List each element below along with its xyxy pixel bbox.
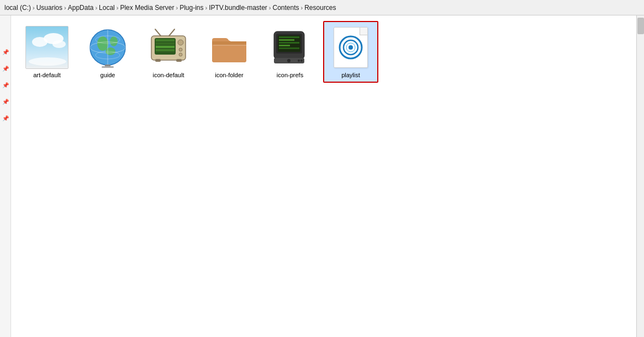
icon-folder-icon — [207, 25, 251, 69]
svg-rect-17 — [156, 42, 175, 45]
svg-point-20 — [178, 40, 183, 45]
pin-icon-3[interactable]: 📌 — [2, 82, 9, 88]
sep-7: › — [301, 4, 303, 11]
pin-icon-5[interactable]: 📌 — [2, 115, 9, 121]
scrollbar-thumb[interactable] — [637, 18, 644, 34]
icon-folder-label: icon-folder — [215, 72, 243, 78]
breadcrumb-iptv[interactable]: IPTV.bundle-master — [209, 4, 267, 12]
svg-point-41 — [349, 45, 353, 50]
file-item-icon-folder[interactable]: icon-folder — [202, 21, 257, 83]
svg-point-37 — [298, 60, 300, 62]
svg-rect-0 — [26, 26, 68, 69]
icon-default-label: icon-default — [153, 72, 184, 78]
file-item-playlist[interactable]: playlist — [323, 21, 378, 83]
svg-point-38 — [300, 60, 303, 62]
sep-4: › — [176, 4, 178, 11]
svg-rect-26 — [176, 59, 182, 62]
breadcrumb-plex[interactable]: Plex Media Server — [120, 4, 174, 12]
svg-rect-33 — [279, 45, 290, 46]
breadcrumb-usuarios[interactable]: Usuarios — [36, 4, 62, 12]
svg-line-24 — [169, 29, 175, 36]
breadcrumb-local[interactable]: local (C:) — [4, 4, 31, 12]
svg-line-23 — [155, 29, 161, 36]
file-item-art-default[interactable]: art-default — [19, 21, 75, 83]
svg-point-22 — [179, 53, 182, 56]
svg-point-21 — [179, 48, 182, 51]
art-default-icon — [25, 25, 69, 69]
breadcrumb-plugins[interactable]: Plug-ins — [180, 4, 203, 12]
address-bar: local (C:) › Usuarios › AppData › Local … — [0, 0, 644, 15]
sep-1: › — [64, 4, 66, 11]
playlist-icon — [329, 25, 373, 69]
svg-rect-34 — [279, 47, 299, 49]
sep-2: › — [95, 4, 97, 11]
svg-rect-13 — [102, 66, 114, 68]
file-item-icon-default[interactable]: icon-default — [141, 21, 196, 83]
right-scrollbar[interactable] — [636, 15, 644, 337]
file-grid: art-default — [19, 21, 628, 83]
breadcrumb-local2[interactable]: Local — [99, 4, 115, 12]
content-area: art-default — [11, 15, 636, 337]
svg-rect-32 — [279, 42, 299, 44]
breadcrumb-contents[interactable]: Contents — [272, 4, 299, 12]
pin-icon-2[interactable]: 📌 — [2, 65, 9, 72]
icon-prefs-label: icon-prefs — [277, 72, 303, 78]
pin-icon-4[interactable]: 📌 — [2, 98, 9, 105]
main-layout: 📌 📌 📌 📌 📌 — [0, 15, 644, 337]
playlist-label: playlist — [341, 72, 360, 78]
guide-label: guide — [101, 72, 115, 78]
sep-5: › — [205, 4, 208, 11]
file-item-guide[interactable]: guide — [80, 21, 135, 83]
sep-3: › — [117, 4, 119, 11]
svg-rect-16 — [156, 39, 175, 41]
icon-default-icon — [146, 25, 191, 69]
breadcrumb-resources[interactable]: Resources — [304, 4, 336, 12]
breadcrumb-appdata[interactable]: AppData — [68, 4, 94, 12]
sep-0: › — [33, 4, 35, 11]
sep-6: › — [269, 4, 271, 11]
pin-icon-1[interactable]: 📌 — [2, 49, 9, 55]
svg-rect-30 — [279, 36, 299, 38]
svg-point-3 — [52, 40, 66, 48]
svg-rect-18 — [156, 46, 175, 48]
svg-rect-31 — [279, 39, 294, 41]
guide-icon — [86, 25, 130, 69]
left-sidebar: 📌 📌 📌 📌 📌 — [0, 15, 11, 337]
svg-rect-25 — [155, 59, 161, 62]
svg-point-6 — [110, 36, 118, 46]
art-default-label: art-default — [33, 72, 61, 78]
icon-prefs-icon — [268, 25, 312, 69]
svg-point-36 — [287, 59, 291, 62]
file-item-icon-prefs[interactable]: icon-prefs — [262, 21, 318, 83]
svg-rect-19 — [156, 49, 175, 51]
